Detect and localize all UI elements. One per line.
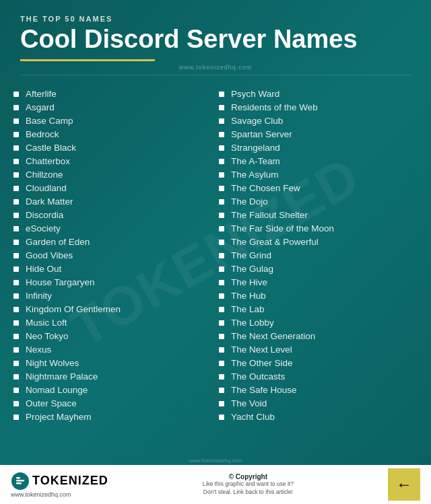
item-label: Chatterbox	[26, 156, 70, 166]
bullet-icon	[219, 159, 224, 164]
list-item: The Far Side of the Moon	[219, 222, 418, 236]
list-item: The Outcasts	[219, 370, 418, 384]
item-label: The Hive	[231, 277, 267, 287]
item-label: Base Camp	[26, 116, 73, 126]
bullet-icon	[219, 374, 224, 380]
item-label: Asgard	[26, 102, 55, 112]
list-item: Afterlife	[13, 87, 212, 101]
item-label: Cloudland	[26, 183, 67, 193]
list-item: Kingdom Of Gentlemen	[13, 303, 212, 316]
list-item: Yacht Club	[219, 410, 418, 424]
bullet-icon	[219, 415, 224, 420]
bullet-icon	[219, 253, 224, 258]
list-item: The Grind	[219, 249, 418, 262]
item-label: The Outcasts	[231, 371, 285, 382]
list-item: Savage Club	[219, 114, 418, 128]
right-column: Psych WardResidents of the WebSavage Clu…	[219, 87, 418, 456]
bullet-icon	[219, 105, 224, 110]
footer-url-text: www.tokenizedhq.com	[11, 491, 108, 498]
item-label: The Far Side of the Moon	[231, 223, 334, 233]
item-label: Bedrock	[26, 129, 59, 139]
footer-brand: TOKENIZED www.tokenizedhq.com	[11, 472, 108, 498]
list-item: The Hub	[219, 289, 418, 303]
item-label: Night Wolves	[26, 358, 79, 368]
bullet-icon	[219, 92, 224, 97]
bullet-icon	[13, 132, 19, 137]
bullet-icon	[13, 145, 19, 151]
item-label: The Gulag	[231, 264, 273, 274]
bullet-icon	[219, 293, 224, 299]
item-label: The Great & Powerful	[231, 237, 319, 247]
bullet-icon	[219, 347, 224, 353]
item-label: eSociety	[26, 223, 61, 233]
list-item: Chatterbox	[13, 155, 212, 168]
bullet-icon	[219, 401, 224, 406]
bullet-icon	[13, 347, 19, 353]
item-label: Residents of the Web	[231, 102, 318, 112]
item-label: The Next Level	[231, 345, 292, 355]
item-label: Dark Matter	[26, 196, 73, 207]
item-label: Castle Black	[26, 143, 76, 153]
item-label: Yacht Club	[231, 412, 275, 422]
list-item: Dark Matter	[13, 195, 212, 209]
left-column: AfterlifeAsgardBase CampBedrockCastle Bl…	[13, 87, 212, 456]
list-item: Residents of the Web	[219, 101, 418, 114]
list-item: Bedrock	[13, 128, 212, 141]
bullet-icon	[13, 186, 19, 191]
item-label: Spartan Server	[231, 129, 292, 139]
list-item: eSociety	[13, 222, 212, 236]
list-item: Asgard	[13, 101, 212, 114]
item-label: Good Vibes	[26, 250, 73, 260]
item-label: Nexus	[26, 345, 51, 355]
bullet-icon	[13, 118, 19, 124]
copyright-desc: Like this graphic and want to use it?Don…	[115, 480, 381, 497]
list-item: Psych Ward	[219, 87, 418, 101]
list-item: The Lobby	[219, 316, 418, 330]
footer-url-watermark: www.tokenizedhq.com	[0, 456, 431, 465]
header-underline	[20, 59, 155, 61]
bullet-icon	[13, 307, 19, 312]
list-item: The Other Side	[219, 357, 418, 370]
list-item: The Gulag	[219, 262, 418, 276]
bullet-icon	[219, 213, 224, 218]
list-item: Strangeland	[219, 141, 418, 155]
bullet-icon	[219, 266, 224, 272]
bullet-icon	[219, 145, 224, 151]
list-item: The Fallout Shelter	[219, 209, 418, 222]
list-item: The Next Generation	[219, 330, 418, 343]
list-item: The Great & Powerful	[219, 236, 418, 249]
item-label: Garden of Eden	[26, 237, 90, 247]
bullet-icon	[13, 213, 19, 218]
footer-arrow-button[interactable]: ←	[388, 468, 420, 501]
item-label: Discordia	[26, 210, 63, 220]
main-container: THE TOP 50 NAMES Cool Discord Server Nam…	[0, 0, 431, 504]
footer-logo: TOKENIZED	[11, 472, 108, 491]
item-label: The Next Generation	[231, 331, 315, 341]
item-label: Neo Tokyo	[26, 331, 69, 341]
list-item: Nightmare Palace	[13, 370, 212, 384]
bullet-icon	[219, 388, 224, 393]
bullet-icon	[219, 334, 224, 339]
item-label: Savage Club	[231, 116, 283, 126]
bullet-icon	[219, 320, 224, 326]
bullet-icon	[219, 172, 224, 178]
bullet-icon	[13, 401, 19, 406]
list-item: Spartan Server	[219, 128, 418, 141]
svg-rect-2	[16, 482, 22, 484]
list-item: The A-Team	[219, 155, 418, 168]
list-item: Neo Tokyo	[13, 330, 212, 343]
header-title: Cool Discord Server Names	[20, 26, 411, 54]
item-label: Kingdom Of Gentlemen	[26, 304, 121, 314]
item-label: Music Loft	[26, 318, 67, 328]
bullet-icon	[219, 361, 224, 366]
list-item: Nexus	[13, 343, 212, 357]
header-subtitle: THE TOP 50 NAMES	[20, 15, 411, 23]
footer: TOKENIZED www.tokenizedhq.com © Copyrigh…	[0, 465, 431, 504]
bullet-icon	[13, 240, 19, 245]
item-label: Strangeland	[231, 143, 280, 153]
bullet-icon	[13, 159, 19, 164]
content-area: AfterlifeAsgardBase CampBedrockCastle Bl…	[0, 87, 431, 456]
bullet-icon	[13, 415, 19, 420]
list-item: Project Mayhem	[13, 410, 212, 424]
item-label: The Void	[231, 398, 267, 408]
